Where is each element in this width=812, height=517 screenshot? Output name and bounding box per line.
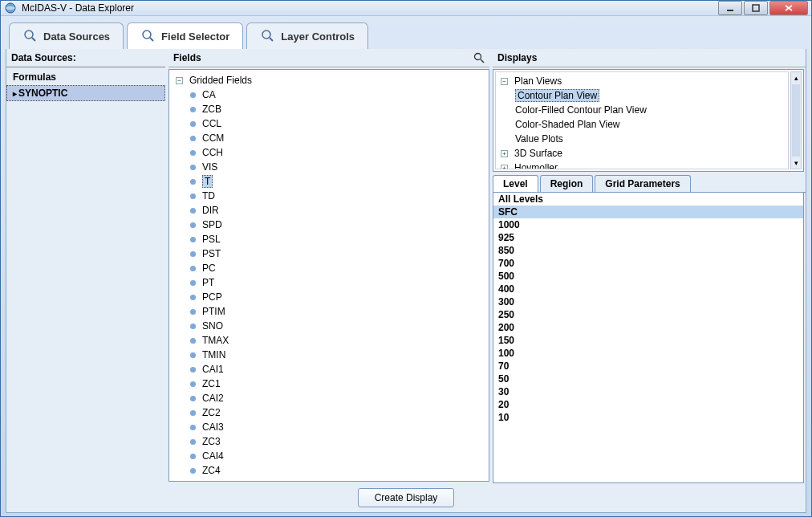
svg-point-5 xyxy=(262,31,270,39)
display-item[interactable]: Color-Filled Contour Plan View xyxy=(515,103,786,117)
field-item[interactable]: CAI3 xyxy=(190,420,485,434)
level-item[interactable]: 100 xyxy=(493,347,803,360)
field-label: CAI4 xyxy=(202,450,224,462)
scroll-up-icon[interactable]: ▴ xyxy=(791,72,801,83)
display-item[interactable]: Value Plots xyxy=(515,132,786,146)
leaf-bullet-icon xyxy=(190,107,196,112)
leaf-bullet-icon xyxy=(190,280,196,286)
field-item[interactable]: ZC1 xyxy=(190,377,485,391)
create-display-button[interactable]: Create Display xyxy=(358,488,455,507)
scroll-thumb[interactable] xyxy=(792,84,800,157)
display-item[interactable]: Color-Shaded Plan View xyxy=(515,117,786,132)
field-item[interactable]: TMAX xyxy=(190,333,485,348)
displays-tree-box: − Plan Views Contour Plan View Color-Fil… xyxy=(493,69,804,172)
tree-toggle-icon[interactable]: + xyxy=(501,150,508,157)
tab-data-sources[interactable]: Data Sources xyxy=(9,22,124,49)
level-item[interactable]: 50 xyxy=(493,372,803,385)
titlebar: McIDAS-V - Data Explorer xyxy=(1,1,811,16)
maximize-button[interactable] xyxy=(744,1,768,15)
level-item[interactable]: 70 xyxy=(493,360,803,372)
tree-toggle-icon[interactable]: − xyxy=(176,77,183,84)
level-item[interactable]: 30 xyxy=(493,385,803,398)
display-group[interactable]: − Plan Views xyxy=(501,74,786,88)
field-item[interactable]: CCH xyxy=(190,145,485,160)
level-item[interactable]: 700 xyxy=(493,257,803,270)
display-item[interactable]: Contour Plan View xyxy=(515,88,786,103)
field-item[interactable]: CAI4 xyxy=(190,449,485,463)
tree-toggle-icon[interactable]: − xyxy=(501,78,508,85)
fields-root-node[interactable]: − Gridded Fields xyxy=(176,73,485,88)
fields-tree-scroll[interactable]: − Gridded Fields CA ZCB CCL CCM CCH VIS … xyxy=(169,70,489,481)
field-item[interactable]: ZC3 xyxy=(190,434,485,449)
data-source-item[interactable]: SYNOPTIC xyxy=(6,85,165,101)
field-item[interactable]: SNO xyxy=(190,319,485,333)
display-group-label: Plan Views xyxy=(514,75,562,87)
field-label: ZC4 xyxy=(202,465,221,476)
tab-layer-controls[interactable]: Layer Controls xyxy=(246,22,368,49)
field-item[interactable]: VIS xyxy=(190,160,485,174)
leaf-bullet-icon xyxy=(190,193,196,199)
field-label: PTIM xyxy=(202,306,225,317)
close-button[interactable] xyxy=(769,1,808,15)
displays-tree-scroll[interactable]: − Plan Views Contour Plan View Color-Fil… xyxy=(495,71,789,169)
levels-list[interactable]: All LevelsSFC100092585070050040030025020… xyxy=(493,193,804,483)
tab-label: Data Sources xyxy=(43,31,110,43)
field-item[interactable]: PC xyxy=(190,261,485,275)
leaf-bullet-icon xyxy=(190,92,196,98)
scrollbar[interactable]: ▴ ▾ xyxy=(790,71,802,169)
svg-point-4 xyxy=(143,31,151,39)
level-item[interactable]: 925 xyxy=(493,231,803,244)
field-item[interactable]: PSL xyxy=(190,232,485,246)
level-item[interactable]: 400 xyxy=(493,283,803,295)
field-label: CCH xyxy=(202,147,223,158)
magnifier-icon xyxy=(140,28,156,44)
field-item[interactable]: ZCB xyxy=(190,102,485,116)
display-group[interactable]: + Hovmoller xyxy=(501,161,786,169)
field-item[interactable]: CA xyxy=(190,88,485,102)
level-item[interactable]: 200 xyxy=(493,321,803,334)
field-item[interactable]: CAI1 xyxy=(190,362,485,377)
level-item[interactable]: 1000 xyxy=(493,218,803,231)
level-item[interactable]: 300 xyxy=(493,295,803,308)
sub-tab-level[interactable]: Level xyxy=(493,175,538,192)
field-item[interactable]: DIR xyxy=(190,203,485,218)
field-item[interactable]: SPD xyxy=(190,218,485,232)
field-item[interactable]: TMIN xyxy=(190,348,485,362)
field-item[interactable]: PTIM xyxy=(190,304,485,319)
field-label: TD xyxy=(202,190,215,202)
field-item[interactable]: PCP xyxy=(190,290,485,304)
level-item[interactable]: 10 xyxy=(493,411,803,424)
display-group[interactable]: + 3D Surface xyxy=(501,146,786,161)
search-icon[interactable] xyxy=(473,52,485,63)
tree-toggle-icon[interactable]: + xyxy=(501,165,508,170)
sub-tab-grid-parameters[interactable]: Grid Parameters xyxy=(595,175,690,192)
level-item[interactable]: 250 xyxy=(493,308,803,321)
level-item[interactable]: 20 xyxy=(493,398,803,411)
svg-rect-2 xyxy=(753,5,759,11)
data-source-item[interactable]: Formulas xyxy=(6,69,165,85)
leaf-bullet-icon xyxy=(190,338,196,344)
field-label: ZC2 xyxy=(202,407,221,418)
field-item[interactable]: ZC2 xyxy=(190,405,485,420)
tab-field-selector[interactable]: Field Selector xyxy=(127,22,243,49)
sub-tab-region[interactable]: Region xyxy=(540,175,594,192)
scroll-down-icon[interactable]: ▾ xyxy=(791,157,801,169)
field-item[interactable]: T xyxy=(190,174,485,189)
field-item[interactable]: CCL xyxy=(190,116,485,131)
minimize-button[interactable] xyxy=(718,1,742,15)
field-item[interactable]: TD xyxy=(190,189,485,203)
window: McIDAS-V - Data Explorer Data Sources xyxy=(0,0,812,517)
field-item[interactable]: PST xyxy=(190,246,485,261)
field-item[interactable]: CCM xyxy=(190,131,485,145)
field-item[interactable]: ZC4 xyxy=(190,463,485,478)
level-item[interactable]: All Levels xyxy=(493,193,803,206)
level-item[interactable]: 500 xyxy=(493,270,803,283)
level-item[interactable]: SFC xyxy=(493,206,803,218)
level-item[interactable]: 850 xyxy=(493,244,803,257)
data-sources-header: Data Sources: xyxy=(6,49,165,67)
field-item[interactable]: PT xyxy=(190,275,485,290)
display-item-label: Value Plots xyxy=(515,133,563,145)
level-item[interactable]: 150 xyxy=(493,334,803,347)
field-item[interactable]: CAI2 xyxy=(190,391,485,405)
field-label: PC xyxy=(202,263,216,274)
